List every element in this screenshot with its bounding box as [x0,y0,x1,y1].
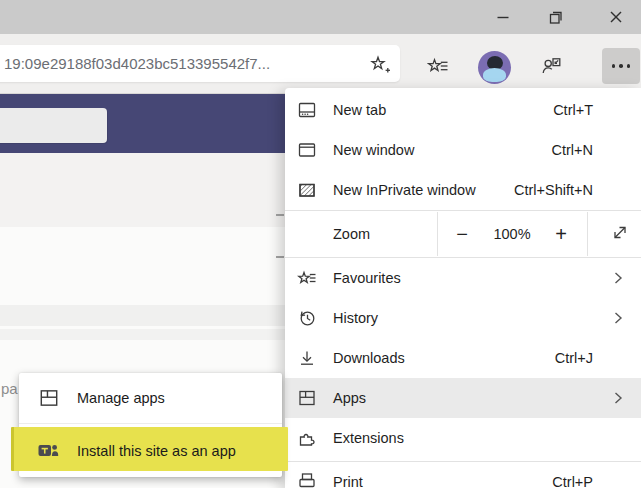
menu-item-downloads[interactable]: Downloads Ctrl+J [285,338,641,378]
address-url[interactable]: 19:09e29188f03d4023bc513395542f7... [0,55,369,72]
menu-item-label: Print [333,474,552,488]
titlebar [0,0,641,34]
menu-item-print[interactable]: Print Ctrl+P [285,462,641,488]
zoom-divider [587,212,588,256]
restore-icon [547,9,564,26]
history-icon [297,308,317,328]
menu-item-label: Downloads [333,350,555,366]
zoom-value: 100% [493,226,530,242]
browser-toolbar: 19:09e29188f03d4023bc513395542f7... [0,34,641,94]
menu-item-label: Extensions [333,430,593,446]
zoom-label: Zoom [333,226,370,242]
address-bar[interactable]: 19:09e29188f03d4023bc513395542f7... [0,45,400,82]
inprivate-icon [297,180,317,200]
settings-menu-button[interactable] [602,48,640,84]
menu-item-new-tab[interactable]: New tab Ctrl+T [285,90,641,130]
feedback-button[interactable] [541,55,563,80]
page-scroll-mark [276,256,284,258]
menu-item-label: History [333,310,593,326]
chevron-right-icon [612,268,624,288]
close-button[interactable] [590,0,641,34]
new-tab-icon [297,100,317,120]
avatar-body [483,68,506,82]
star-list-icon [297,268,317,288]
person-feedback-icon [541,55,563,80]
apps-grid-icon [297,388,317,408]
download-icon [297,348,317,368]
menu-item-label: New tab [333,102,553,118]
zoom-in-button[interactable]: + [547,221,575,248]
new-window-icon [297,140,317,160]
printer-icon [297,472,317,488]
chevron-right-icon [612,308,624,328]
menu-item-apps[interactable]: Apps [285,378,641,418]
submenu-item-label: Manage apps [77,390,282,406]
fullscreen-button[interactable] [608,221,632,248]
restore-button[interactable] [532,0,578,34]
zoom-divider [437,212,438,256]
page-partial-text: pa [1,380,18,397]
menu-item-shortcut: Ctrl+P [552,474,593,488]
menu-item-shortcut: Ctrl+T [553,102,593,118]
favorites-hub-button[interactable] [427,55,450,80]
page-scroll-mark [276,214,284,216]
browser-window: { "window": { "controls": { "minimize": … [0,0,641,488]
menu-item-label: New InPrivate window [333,182,514,198]
zoom-out-button[interactable]: − [448,221,476,248]
menu-item-label: New window [333,142,552,158]
apps-grid-icon [38,387,60,409]
teams-search-box[interactable] [0,108,107,143]
menu-item-new-inprivate-window[interactable]: New InPrivate window Ctrl+Shift+N [285,170,641,210]
menu-zoom-row: Zoom − 100% + [285,212,641,256]
menu-item-new-window[interactable]: New window Ctrl+N [285,130,641,170]
apps-submenu: Manage apps Install this site as an app [19,373,282,477]
menu-item-history[interactable]: History [285,298,641,338]
teams-icon [38,440,60,462]
minimize-button[interactable] [480,0,526,34]
minimize-icon [495,9,511,25]
menu-item-label: Favourites [333,270,593,286]
menu-item-shortcut: Ctrl+J [555,350,593,366]
menu-item-shortcut: Ctrl+N [552,142,594,158]
menu-item-label: Apps [333,390,593,406]
menu-item-extensions[interactable]: Extensions [285,418,641,458]
close-icon [608,9,624,25]
chevron-right-icon [612,388,624,408]
ellipsis-icon [612,64,616,68]
puzzle-icon [297,428,317,448]
submenu-item-install-site-as-app[interactable]: Install this site as an app [19,424,282,477]
menu-separator [285,210,641,211]
browser-menu: New tab Ctrl+T New window Ctrl+N New InP… [285,88,641,488]
star-plus-icon[interactable] [369,53,391,75]
submenu-item-manage-apps[interactable]: Manage apps [19,373,282,423]
diagonal-arrows-icon [610,223,630,246]
star-list-icon [427,55,450,80]
menu-item-favourites[interactable]: Favourites [285,258,641,298]
menu-item-shortcut: Ctrl+Shift+N [514,182,593,198]
submenu-item-label: Install this site as an app [77,443,282,459]
profile-avatar[interactable] [478,51,511,84]
